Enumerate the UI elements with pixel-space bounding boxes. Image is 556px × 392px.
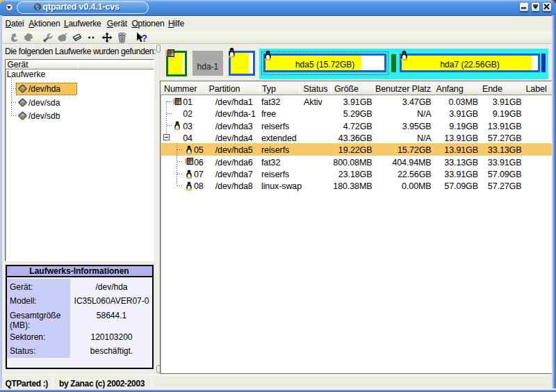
svg-text:?: ? (142, 32, 148, 43)
